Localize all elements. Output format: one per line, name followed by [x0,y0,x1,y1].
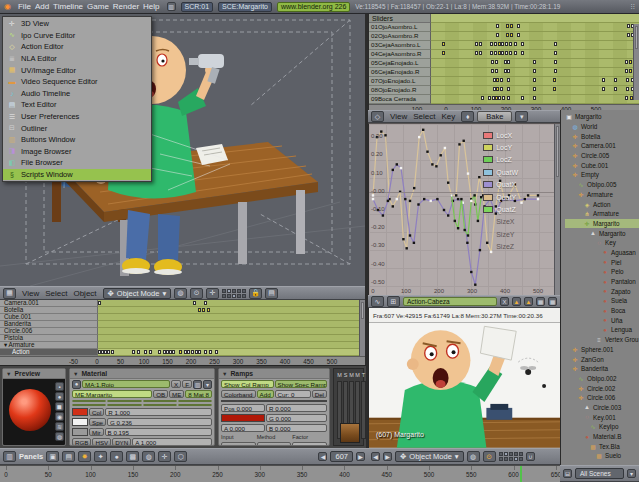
channel-keys[interactable] [431,23,639,32]
action-menu-select[interactable]: Select [410,112,438,121]
keyframe-icon[interactable] [614,87,617,91]
col-button[interactable]: Col [89,408,104,416]
preview-world-icon[interactable]: ◍ [55,432,64,441]
browse-action-icon[interactable]: ⊞ [387,296,400,307]
keyframe-icon[interactable] [202,308,205,312]
keyframe-icon[interactable] [507,78,510,82]
panels-menu[interactable]: Panels [19,452,43,461]
ramp-pos-slider[interactable]: Pos 0.000 [221,404,265,412]
channel-name[interactable]: 03CejaAsombro.L [369,41,431,50]
ramp-a-slider[interactable]: A 0.000 [221,424,265,432]
dope-row-keys[interactable] [98,342,365,349]
me-link-button[interactable]: ME [169,390,184,398]
dope-row-keys[interactable] [98,307,365,314]
show-spec-ramp-button[interactable]: Show Spec Ramp [275,380,328,388]
dope-row-keys[interactable] [98,314,365,321]
keyframe-icon[interactable] [179,350,182,354]
keyframe-icon[interactable] [479,42,482,46]
keyframe-icon[interactable] [475,42,478,46]
keyframe-icon[interactable] [533,69,536,73]
mirror-color-swatch[interactable] [72,428,88,436]
keyframe-icon[interactable] [626,87,629,91]
keyframe-icon[interactable] [625,69,628,73]
layer-buttons[interactable] [499,452,523,461]
keyframe-icon[interactable] [502,96,505,100]
keyframe-icon[interactable] [554,60,557,64]
material-ball-icon[interactable]: ● [72,380,81,389]
ramp-g-slider[interactable]: G 0.000 [266,414,327,422]
material-delete-button[interactable]: X [171,380,181,388]
pivot-icon[interactable]: ⊙ [483,451,496,462]
color-r-slider[interactable]: R 1.000 [105,408,212,416]
dope-row-name[interactable]: Cube.001 [0,314,98,321]
outliner-item-margarito[interactable]: ✛Margarito [565,219,639,229]
keyframe-icon[interactable] [204,350,207,354]
keyframe-icon[interactable] [493,78,496,82]
lock-icon[interactable]: 🔒 [249,288,262,299]
texture-buttons-icon[interactable]: ▩ [126,451,139,462]
dyn-button[interactable]: DYN [112,438,131,446]
outliner-item-zangon[interactable]: ✛ZanGon [565,354,639,364]
ipo-channel-locx[interactable]: LocX [483,129,518,141]
menu-render[interactable]: Render [111,2,141,11]
channel-name[interactable]: 09Boca Cerrada [369,95,431,104]
dope-row-keys[interactable] [98,300,365,307]
keyframe-icon[interactable] [629,69,632,73]
action-menu-view[interactable]: View [387,112,410,121]
keyframe-icon[interactable] [504,69,507,73]
keyframe-icon[interactable] [481,96,484,100]
keyframe-icon[interactable] [498,96,501,100]
show-col-ramp-button[interactable]: Show Col Ramp [221,380,274,388]
keyframe-icon[interactable] [533,60,536,64]
outliner-item-empty[interactable]: ✛Empty [565,170,639,180]
keyframe-icon[interactable] [533,96,536,100]
action-scrollbar[interactable] [633,24,639,100]
dope-row-name[interactable]: Camera.001 [0,300,98,307]
ramp-r-slider[interactable]: R 0.000 [266,404,327,412]
ipo-channel-locy[interactable]: LocY [483,141,518,153]
outliner-item-circle-003[interactable]: ▲Circle.003 [565,403,639,413]
keyframe-icon[interactable] [491,60,494,64]
keyframe-icon[interactable] [510,24,513,28]
keyframe-icon[interactable] [553,78,556,82]
close-icon[interactable]: X [500,297,509,306]
dope-frame-ruler[interactable]: -50050100150200250300350400450500 [0,356,365,365]
copy-icon[interactable]: ▾ [515,111,528,122]
outliner-item-margarito[interactable]: ▣Margarito [565,112,639,122]
colorband-button[interactable]: Colorband [221,390,256,398]
keyframe-icon[interactable] [533,87,536,91]
keyframe-icon[interactable] [495,69,498,73]
texture-thumbnail[interactable] [340,423,360,443]
outliner-item-obipo-005[interactable]: ∿ObIpo.005 [565,180,639,190]
screen-browse-icon[interactable]: ▥ [167,2,176,11]
color-g-slider[interactable]: G 0.236 [107,418,212,426]
menu-item-user-preferences[interactable]: ☰User Preferences [3,111,151,123]
keyframe-icon[interactable] [500,78,503,82]
keyframe-icon[interactable] [132,350,135,354]
window-type-icon[interactable]: ▦ [3,288,16,299]
keyframe-icon[interactable] [494,51,497,55]
keyframe-icon[interactable] [198,350,201,354]
material-fake-user-button[interactable]: F [182,380,192,388]
rgb-button[interactable]: RGB [72,438,91,446]
script-buttons-icon[interactable]: ▤ [62,451,75,462]
menu-item-3d-view[interactable]: ✛3D View [3,18,151,30]
keyframe-icon[interactable] [111,350,114,354]
nodes-icon[interactable]: ▥ [193,380,202,389]
shading-buttons-icon[interactable]: ✸ [78,451,91,462]
keyframe-icon[interactable] [517,33,520,37]
outliner-display-select[interactable]: All Scenes [575,468,624,479]
colorband-gradient[interactable] [221,400,327,402]
outliner-item-material-b[interactable]: ●Material.B [565,432,639,442]
menu-item-image-browser[interactable]: ◨Image Browser [3,146,151,158]
3d-viewport[interactable]: ✛3D View∿Ipo Curve Editor◇Action Editor≣… [0,14,365,286]
ipo-curve-editor[interactable]: 0.300.200.10-0.00-0.10-0.20-0.30-0.40-0.… [368,123,560,295]
fcurve-up2-icon[interactable]: ▲ [524,297,533,306]
outliner-item-boca[interactable]: ●Boca [565,306,639,316]
keyframe-icon[interactable] [488,96,491,100]
window-type-icon[interactable]: ⊟ [563,469,572,478]
keyframe-icon[interactable] [207,308,210,312]
keyframe-icon[interactable] [627,33,630,37]
frame-back-icon[interactable]: ◀ [318,452,327,461]
alpha-slider[interactable]: A 1.000 [132,438,212,446]
